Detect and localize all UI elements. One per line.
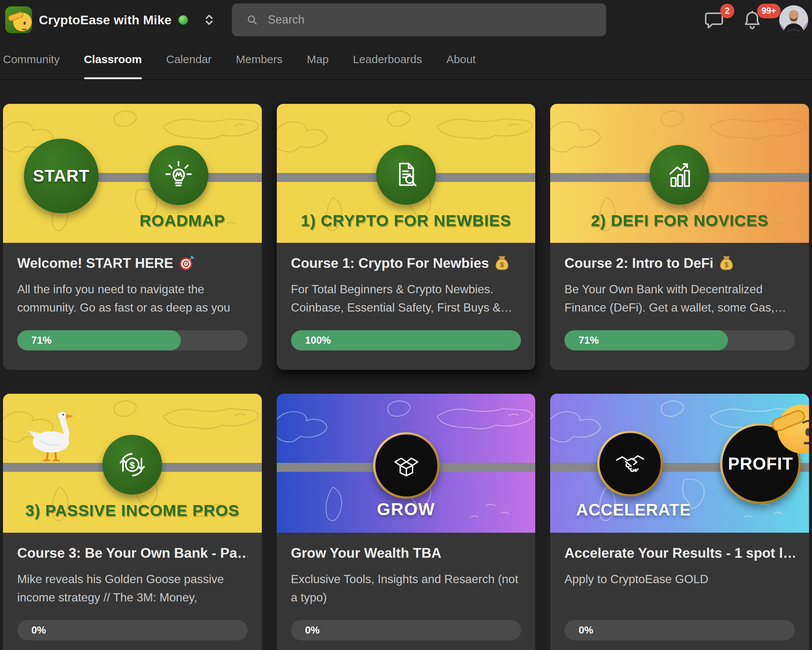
course-card[interactable]: GROW Grow Your Wealth TBA Exclusive Tool… [277, 394, 536, 650]
header-actions: 2 99+ [704, 0, 808, 40]
community-switcher[interactable]: CryptoEase with Mike [0, 6, 216, 33]
handshake-circle [597, 431, 663, 496]
course-card[interactable]: 1) CRYPTO FOR NEWBIES Course 1: Crypto F… [277, 104, 536, 370]
progress-label: 0% [578, 625, 593, 636]
course-description: Exclusive Tools, Insights and Resaerch (… [291, 570, 521, 607]
notifications-button[interactable]: 99+ [742, 9, 763, 30]
start-label: START [33, 166, 90, 186]
community-logo-icon [5, 6, 32, 33]
search-input[interactable] [267, 13, 606, 27]
course-description: All the info you need to navigate the co… [17, 280, 248, 317]
avatar[interactable] [779, 5, 808, 34]
banner-title: 3) PASSIVE INCOME PROS [3, 501, 262, 520]
banner-title: 1) CRYPTO FOR NEWBIES [277, 211, 536, 230]
chat-badge: 2 [720, 4, 734, 18]
banner-title: ROADMAP [126, 211, 238, 230]
banner-title: 2) DEFI FOR NOVICES [550, 211, 809, 230]
course-card-body: Accelerate Your Results - 1 spot l… Appl… [550, 533, 809, 640]
notifications-badge: 99+ [757, 4, 781, 18]
document-search-circle [376, 145, 436, 205]
course-banner: STARTROADMAP [3, 104, 262, 243]
tab-calendar[interactable]: Calendar [166, 40, 212, 79]
course-card-body: Course 2: Intro to DeFi$ Be Your Own Ban… [550, 243, 809, 350]
course-card[interactable]: 2) DEFI FOR NOVICES Course 2: Intro to D… [550, 104, 809, 370]
chevron-updown-icon [203, 13, 216, 26]
tab-community[interactable]: Community [3, 40, 60, 79]
open-box-circle [373, 432, 440, 499]
lightbulb-circle [149, 145, 208, 205]
course-description: Apply to CryptoEase GOLD [564, 570, 795, 607]
course-title: Course 3: Be Your Own Bank - Pa… [17, 545, 248, 561]
course-description: For Total Beginners & Crypto Newbies. Co… [291, 280, 521, 317]
progress-label: 71% [578, 335, 599, 346]
progress-label: 71% [31, 335, 52, 346]
progress-label: 0% [31, 625, 46, 636]
tab-map[interactable]: Map [307, 40, 329, 79]
banner-title: ACCELERATE [572, 500, 695, 519]
course-card[interactable]: STARTROADMAP Welcome! START HERE All the… [3, 104, 262, 370]
bar-chart-circle [650, 145, 709, 205]
course-title: Grow Your Wealth TBA [291, 545, 521, 561]
course-card-body: Grow Your Wealth TBA Exclusive Tools, In… [277, 533, 536, 640]
progress-bar: 0% [291, 620, 521, 640]
goose-image [18, 398, 87, 465]
course-banner: $3) PASSIVE INCOME PROS [3, 394, 262, 533]
start-circle: START [24, 139, 99, 213]
progress-bar: 71% [17, 330, 248, 350]
course-banner: 2) DEFI FOR NOVICES [550, 104, 809, 243]
tab-bar: CommunityClassroomCalendarMembersMapLead… [0, 40, 812, 80]
course-grid: STARTROADMAP Welcome! START HERE All the… [0, 80, 812, 650]
profit-label: PROFIT [728, 453, 793, 474]
tab-leaderboards[interactable]: Leaderboards [353, 40, 422, 79]
course-card[interactable]: $3) PASSIVE INCOME PROS Course 3: Be You… [3, 394, 262, 650]
search-bar [232, 3, 606, 36]
chat-button[interactable]: 2 [704, 9, 725, 30]
target-emoji [179, 255, 194, 271]
course-banner: ACCELERATEPROFIT [550, 394, 809, 533]
banner-title: GROW [277, 499, 536, 519]
online-dot-emoji [178, 15, 188, 25]
progress-bar: 0% [17, 620, 248, 640]
svg-text:$: $ [130, 460, 135, 470]
course-card-body: Course 1: Crypto For Newbies$ For Total … [277, 243, 536, 350]
svg-text:$: $ [500, 261, 504, 269]
course-card[interactable]: ACCELERATEPROFIT Accelerate Your Results… [550, 394, 809, 650]
svg-text:$: $ [725, 261, 728, 269]
tab-about[interactable]: About [446, 40, 475, 79]
course-title: Welcome! START HERE [17, 255, 248, 271]
progress-label: 0% [305, 625, 320, 636]
progress-bar: 0% [564, 620, 795, 640]
progress-label: 100% [305, 335, 331, 346]
course-description: Mike reveals his Golden Goose passive in… [17, 570, 248, 607]
course-card-body: Welcome! START HERE All the info you nee… [3, 243, 262, 350]
course-card-body: Course 3: Be Your Own Bank - Pa… Mike re… [3, 533, 262, 640]
course-banner: GROW [277, 394, 536, 533]
moneybag-emoji: $ [719, 255, 734, 271]
course-title: Course 2: Intro to DeFi$ [564, 255, 795, 271]
progress-bar: 71% [564, 330, 795, 350]
tab-classroom[interactable]: Classroom [84, 40, 142, 79]
course-banner: 1) CRYPTO FOR NEWBIES [277, 104, 536, 243]
moneybag-emoji: $ [494, 255, 510, 271]
search-icon [246, 14, 258, 26]
course-title: Accelerate Your Results - 1 spot l… [564, 545, 795, 561]
salute-emoji [770, 399, 809, 456]
course-description: Be Your Own Bank with Decentralized Fina… [564, 280, 795, 317]
course-title: Course 1: Crypto For Newbies$ [291, 255, 521, 271]
dollar-cycle-circle: $ [102, 435, 162, 494]
app-header: CryptoEase with Mike 2 [0, 0, 812, 40]
tab-members[interactable]: Members [236, 40, 283, 79]
progress-bar: 100% [291, 330, 521, 350]
community-name: CryptoEase with Mike [39, 13, 171, 27]
